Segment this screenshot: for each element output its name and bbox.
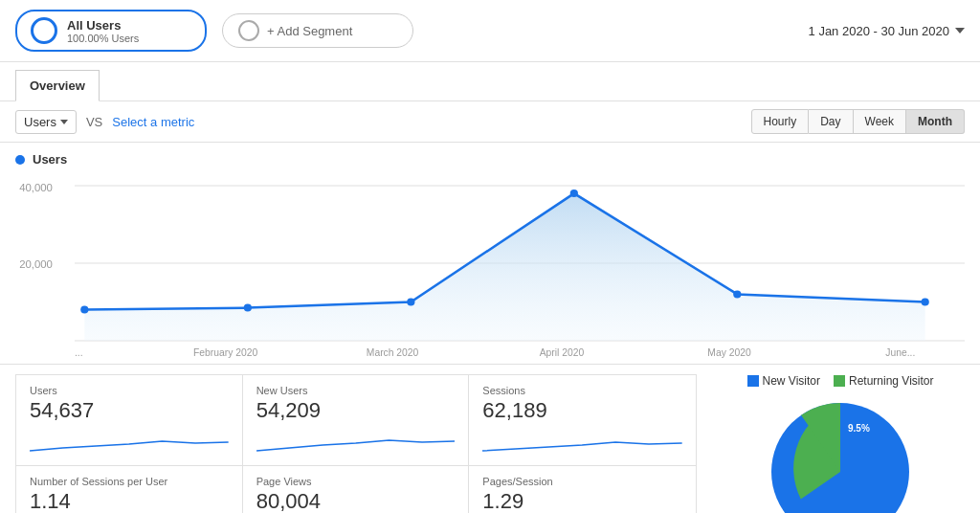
pie-legend: New Visitor Returning Visitor (747, 374, 934, 388)
stat-cell-new-users: New Users 54,209 (243, 375, 470, 466)
time-btn-month[interactable]: Month (906, 109, 965, 134)
stat-value-sessions: 62,189 (482, 398, 682, 423)
svg-text:40,000: 40,000 (19, 182, 53, 193)
stat-value-sessions-per-user: 1.14 (30, 489, 229, 513)
stat-label-sessions: Sessions (482, 385, 682, 396)
svg-text:June...: June... (885, 347, 915, 358)
svg-point-12 (80, 306, 88, 314)
stat-label-sessions-per-user: Number of Sessions per User (30, 476, 229, 487)
svg-text:May 2020: May 2020 (707, 347, 751, 358)
stat-cell-pages-per-session: Pages/Session 1.29 (469, 466, 696, 513)
new-visitor-label: New Visitor (763, 374, 820, 388)
pie-legend-new-visitor: New Visitor (747, 374, 820, 388)
svg-point-13 (244, 304, 252, 312)
date-range[interactable]: 1 Jan 2020 - 30 Jun 2020 (809, 24, 965, 38)
segment1-circle (31, 17, 57, 44)
select-metric-link[interactable]: Select a metric (112, 115, 194, 129)
chart-container: 40,000 20,000 ... February 2020 March 20… (15, 172, 965, 364)
stats-grid-container: Users 54,637 New Users 54,209 Sess (15, 374, 697, 513)
stat-mini-chart-sessions (482, 427, 682, 456)
time-btn-week[interactable]: Week (854, 109, 906, 134)
stat-value-new-users: 54,209 (256, 398, 456, 423)
chart-area: Users 40,000 20,000 ... February 2020 Ma… (0, 143, 980, 364)
metric-chevron-icon (60, 120, 68, 124)
stat-cell-users: Users 54,637 (16, 375, 243, 466)
time-btn-hourly[interactable]: Hourly (751, 109, 810, 134)
returning-visitor-color-icon (834, 375, 845, 387)
stat-label-users: Users (30, 385, 229, 396)
svg-text:March 2020: March 2020 (367, 347, 419, 358)
stat-label-new-users: New Users (256, 385, 456, 396)
stats-area: Users 54,637 New Users 54,209 Sess (0, 364, 980, 513)
stat-cell-page-views: Page Views 80,004 (243, 466, 470, 513)
svg-text:...: ... (75, 347, 83, 358)
header: All Users 100.00% Users + Add Segment 1 … (0, 0, 980, 62)
time-buttons: Hourly Day Week Month (751, 109, 965, 134)
returning-visitor-label: Returning Visitor (849, 374, 934, 388)
svg-text:April 2020: April 2020 (540, 347, 585, 358)
metric-label: Users (24, 115, 56, 129)
segment1-name: All Users (67, 18, 139, 33)
stat-cell-sessions: Sessions 62,189 (469, 375, 696, 466)
stat-value-page-views: 80,004 (256, 489, 456, 513)
add-segment-label: + Add Segment (267, 24, 352, 38)
svg-point-15 (570, 190, 578, 197)
metric-dropdown[interactable]: Users (15, 110, 77, 134)
toolbar: Users VS Select a metric Hourly Day Week… (0, 101, 980, 143)
stat-label-pages-per-session: Pages/Session (482, 476, 682, 487)
pie-chart-container: 9.5% (764, 395, 917, 513)
time-btn-day[interactable]: Day (809, 109, 853, 134)
tab-overview[interactable]: Overview (15, 70, 100, 101)
stat-value-users: 54,637 (30, 398, 229, 423)
pie-area: New Visitor Returning Visitor (697, 374, 965, 513)
date-range-text: 1 Jan 2020 - 30 Jun 2020 (809, 24, 949, 38)
stat-mini-chart-users (30, 427, 229, 456)
svg-marker-11 (84, 193, 924, 341)
svg-point-14 (407, 299, 414, 306)
segment1-pill[interactable]: All Users 100.00% Users (15, 10, 207, 52)
pie-legend-returning-visitor: Returning Visitor (834, 374, 934, 388)
segment1-sub: 100.00% Users (67, 33, 139, 44)
chart-legend: Users (15, 152, 965, 167)
stat-mini-chart-new-users (256, 427, 456, 456)
vs-label: VS (86, 115, 102, 129)
chart-legend-label: Users (33, 152, 67, 167)
pie-chart-svg: 9.5% (764, 395, 917, 513)
segment1-info: All Users 100.00% Users (67, 18, 139, 44)
svg-point-16 (733, 290, 741, 298)
svg-text:9.5%: 9.5% (848, 423, 870, 434)
stats-grid: Users 54,637 New Users 54,209 Sess (15, 374, 697, 513)
add-segment-circle (238, 20, 259, 41)
chart-svg: 40,000 20,000 ... February 2020 March 20… (15, 172, 965, 364)
svg-text:20,000: 20,000 (19, 258, 53, 270)
svg-point-17 (922, 299, 929, 306)
legend-dot-icon (15, 155, 25, 165)
tabs-bar: Overview (0, 62, 980, 101)
date-range-chevron-icon (955, 28, 965, 33)
svg-text:February 2020: February 2020 (193, 347, 257, 358)
add-segment-button[interactable]: + Add Segment (222, 13, 413, 48)
new-visitor-color-icon (747, 375, 759, 387)
stat-label-page-views: Page Views (256, 476, 456, 487)
stat-cell-sessions-per-user: Number of Sessions per User 1.14 (16, 466, 243, 513)
stat-value-pages-per-session: 1.29 (482, 489, 682, 513)
